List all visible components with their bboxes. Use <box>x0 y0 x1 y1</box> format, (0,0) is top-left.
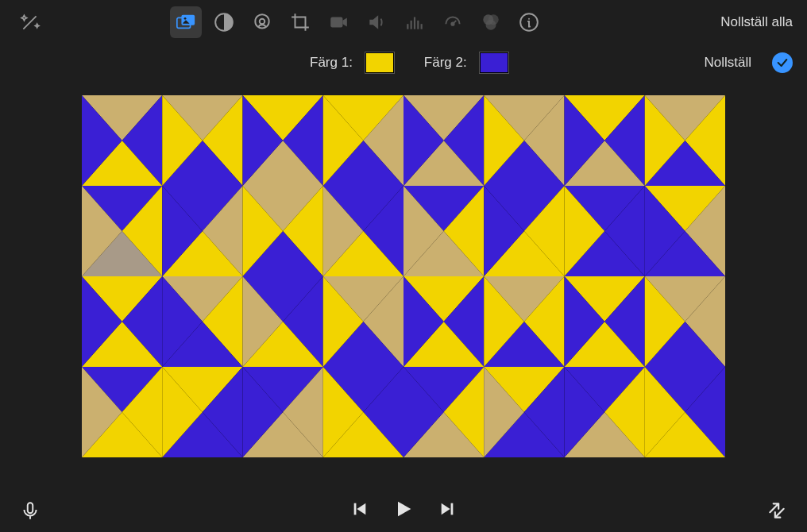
stabilize-icon[interactable] <box>322 6 354 38</box>
svg-rect-8 <box>414 17 415 29</box>
equalizer-icon[interactable] <box>399 6 431 38</box>
filters-icon[interactable] <box>475 6 507 38</box>
preview-viewer <box>82 95 725 457</box>
crop-icon[interactable] <box>284 6 316 38</box>
color2-label: Färg 2: <box>424 55 467 71</box>
inspector-toolbar: Nollställ alla <box>0 0 807 44</box>
svg-rect-18 <box>451 503 454 515</box>
apply-checkbox[interactable] <box>772 52 793 73</box>
speed-icon[interactable] <box>437 6 469 38</box>
info-icon[interactable] <box>513 6 545 38</box>
reset-button[interactable]: Nollställ <box>704 55 751 71</box>
video-overlay-icon[interactable] <box>170 6 202 38</box>
svg-rect-10 <box>421 24 423 29</box>
playback-bar <box>0 489 807 532</box>
svg-rect-7 <box>411 21 412 29</box>
svg-point-11 <box>451 23 454 25</box>
svg-rect-9 <box>417 21 419 29</box>
color-correct-icon[interactable] <box>246 6 278 38</box>
overlay-settings-row: Färg 1: Färg 2: Nollställ <box>0 44 807 81</box>
magic-wand-icon[interactable] <box>14 6 46 38</box>
volume-icon[interactable] <box>361 6 392 38</box>
color-balance-icon[interactable] <box>208 6 240 38</box>
svg-point-4 <box>260 19 265 25</box>
fullscreen-icon[interactable] <box>761 495 793 526</box>
color2-well[interactable] <box>480 52 508 73</box>
svg-point-14 <box>486 20 496 30</box>
svg-rect-17 <box>354 503 357 515</box>
play-icon[interactable] <box>392 498 415 523</box>
previous-frame-icon[interactable] <box>351 500 369 521</box>
svg-point-2 <box>184 17 187 20</box>
reset-all-button[interactable]: Nollställ alla <box>720 14 793 30</box>
voiceover-icon[interactable] <box>14 495 46 526</box>
next-frame-icon[interactable] <box>438 500 456 521</box>
color1-label: Färg 1: <box>310 55 353 71</box>
svg-rect-5 <box>330 17 342 28</box>
svg-rect-6 <box>407 24 408 29</box>
svg-rect-16 <box>28 503 33 513</box>
color1-well[interactable] <box>365 52 394 73</box>
